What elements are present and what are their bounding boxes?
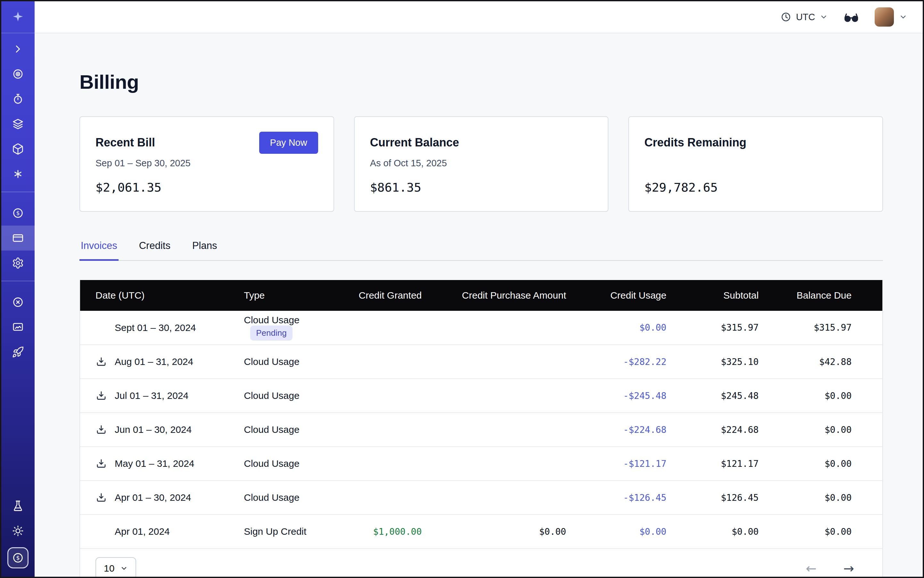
- col-header-balance-due: Balance Due: [774, 280, 882, 311]
- billing-credit-card-icon[interactable]: [1, 226, 35, 250]
- layers-icon[interactable]: [1, 112, 35, 136]
- display-icon[interactable]: [1, 315, 35, 339]
- tab-credits[interactable]: Credits: [138, 234, 172, 261]
- credit-granted-cell: [333, 379, 437, 413]
- invoice-date: Apr 01, 2024: [115, 526, 170, 537]
- subtotal-cell: $121.17: [682, 446, 774, 481]
- balance-due-cell: $315.97: [774, 311, 882, 345]
- balance-as-of: As of Oct 15, 2025: [370, 158, 593, 170]
- billing-period: Sep 01 – Sep 30, 2025: [96, 158, 318, 170]
- credit-granted-cell: [333, 345, 437, 379]
- invoice-type: Cloud Usage: [244, 356, 299, 367]
- credit-purchase-cell: [437, 413, 581, 446]
- balance-due-cell: $0.00: [774, 413, 882, 446]
- support-circle-x-icon[interactable]: [1, 290, 35, 315]
- sidebar-utility-group: [1, 490, 35, 543]
- invoice-type-cell: Cloud Usage: [229, 413, 333, 446]
- sidebar-divider: [1, 192, 35, 192]
- timer-icon[interactable]: [1, 86, 35, 112]
- credit-purchase-cell: [437, 345, 581, 379]
- theme-sun-icon[interactable]: [1, 518, 35, 543]
- sidebar-divider: [1, 281, 35, 281]
- invoice-row: May 01 – 31, 2024 Cloud Usage -$121.17 $…: [80, 446, 882, 481]
- invoice-type: Cloud Usage: [244, 424, 299, 435]
- logo-icon[interactable]: [1, 1, 35, 33]
- timezone-selector[interactable]: UTC: [781, 11, 828, 23]
- card-title: Recent Bill: [96, 136, 155, 149]
- svg-text:$: $: [16, 555, 19, 561]
- subtotal-cell: $315.97: [682, 311, 774, 345]
- credit-purchase-cell: [437, 481, 581, 515]
- credit-purchase-cell: [437, 446, 581, 481]
- col-header-date: Date (UTC): [80, 280, 229, 311]
- invoice-row: Jul 01 – 31, 2024 Cloud Usage -$245.48 $…: [80, 379, 882, 413]
- card-title: Credits Remaining: [644, 136, 746, 149]
- invoice-row: Jun 01 – 30, 2024 Cloud Usage -$224.68 $…: [80, 413, 882, 446]
- balance-due-cell: $42.88: [774, 345, 882, 379]
- invoice-type: Cloud Usage: [244, 315, 299, 325]
- tab-invoices[interactable]: Invoices: [80, 234, 119, 261]
- subtotal-cell: $0.00: [682, 515, 774, 549]
- pagination: ← →: [806, 562, 867, 575]
- table-footer: 10 ← →: [80, 549, 882, 577]
- current-balance-card: Current Balance As of Oct 15, 2025 $861.…: [354, 116, 609, 212]
- chevron-down-icon: [899, 13, 907, 21]
- invoice-type: Cloud Usage: [244, 458, 299, 469]
- package-icon[interactable]: [1, 136, 35, 161]
- collapse-chevron-icon[interactable]: [1, 37, 35, 62]
- prev-page-arrow-icon[interactable]: ←: [806, 562, 817, 575]
- tab-plans[interactable]: Plans: [191, 234, 219, 261]
- invoice-type-cell: Cloud Usage: [229, 481, 333, 515]
- next-page-arrow-icon[interactable]: →: [843, 562, 854, 575]
- usage-dollar-icon[interactable]: $: [1, 201, 35, 226]
- download-invoice-button[interactable]: [96, 458, 107, 469]
- page-size-select[interactable]: 10: [96, 557, 136, 577]
- invoice-type: Cloud Usage: [244, 390, 299, 401]
- settings-gear-icon[interactable]: [1, 250, 35, 276]
- invoice-type-cell: Sign Up Credit: [229, 515, 333, 549]
- download-invoice-button[interactable]: [96, 424, 107, 435]
- table-header-row: Date (UTC) Type Credit Granted Credit Pu…: [80, 280, 882, 311]
- main-content: Billing Recent Bill Pay Now Sep 01 – Sep…: [35, 33, 923, 577]
- download-invoice-button[interactable]: [96, 492, 107, 503]
- balance-due-cell: $0.00: [774, 481, 882, 515]
- pay-now-button[interactable]: Pay Now: [259, 132, 318, 154]
- chevron-down-icon: [120, 565, 128, 572]
- account-menu[interactable]: [875, 7, 907, 27]
- topbar: UTC: [35, 1, 923, 33]
- invoice-date: Aug 01 – 31, 2024: [115, 356, 193, 367]
- glasses-icon[interactable]: [843, 11, 859, 23]
- credits-remaining-amount: $29,782.65: [644, 180, 867, 195]
- timezone-label: UTC: [796, 12, 815, 23]
- invoice-type: Cloud Usage: [244, 492, 299, 503]
- rocket-icon[interactable]: [1, 339, 35, 365]
- invoice-type: Sign Up Credit: [244, 526, 306, 537]
- credit-usage-cell: -$121.17: [581, 446, 682, 481]
- page-title: Billing: [80, 70, 883, 93]
- credits-dollar-icon[interactable]: $: [7, 547, 29, 568]
- subtotal-cell: $224.68: [682, 413, 774, 446]
- subtotal-cell: $126.45: [682, 481, 774, 515]
- clock-icon: [781, 11, 791, 23]
- card-subtitle-empty: [644, 158, 867, 170]
- download-invoice-button[interactable]: [96, 390, 107, 401]
- asterisk-icon[interactable]: [1, 161, 35, 187]
- credit-usage-cell: -$224.68: [581, 413, 682, 446]
- sidebar-nav-bottom: [1, 286, 35, 365]
- credit-granted-cell: [333, 311, 437, 345]
- credit-purchase-cell: [437, 311, 581, 345]
- chevron-down-icon: [820, 13, 828, 21]
- recent-bill-card: Recent Bill Pay Now Sep 01 – Sep 30, 202…: [80, 116, 334, 212]
- invoice-type-cell: Cloud Usage: [229, 446, 333, 481]
- download-invoice-button[interactable]: [96, 356, 107, 367]
- sidebar-nav-top: [1, 33, 35, 187]
- avatar: [875, 7, 894, 27]
- invoice-type-cell: Cloud Usage: [229, 379, 333, 413]
- invoices-table: Date (UTC) Type Credit Granted Credit Pu…: [80, 280, 883, 577]
- labs-flask-icon[interactable]: [1, 494, 35, 518]
- invoice-date: Jun 01 – 30, 2024: [115, 424, 192, 435]
- col-header-credit-granted: Credit Granted: [333, 280, 437, 311]
- target-icon[interactable]: [1, 62, 35, 86]
- credits-remaining-card: Credits Remaining $29,782.65: [628, 116, 883, 212]
- invoice-type-cell: Cloud Usage: [229, 345, 333, 379]
